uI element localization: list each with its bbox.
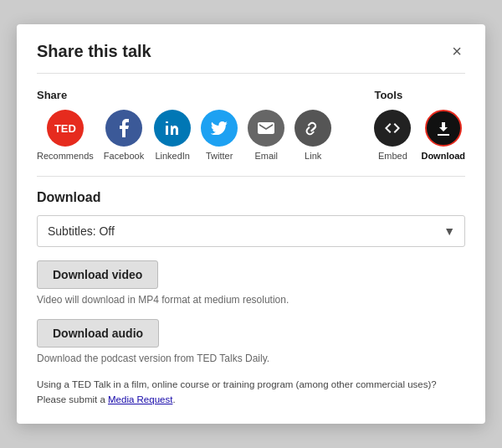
share-linkedin-button[interactable]: LinkedIn bbox=[154, 110, 191, 161]
share-email-button[interactable]: Email bbox=[248, 110, 284, 161]
facebook-icon bbox=[105, 110, 142, 147]
footer-text-content: Using a TED Talk in a film, online cours… bbox=[37, 379, 437, 404]
share-facebook-button[interactable]: Facebook bbox=[104, 110, 144, 161]
tools-icons-row: Embed Download bbox=[374, 110, 465, 161]
share-ted-button[interactable]: TED Recommends bbox=[37, 110, 94, 161]
facebook-label: Facebook bbox=[104, 151, 144, 161]
download-audio-desc: Download the podcast version from TED Ta… bbox=[37, 353, 465, 364]
link-label: Link bbox=[305, 151, 321, 161]
embed-icon bbox=[374, 110, 411, 147]
share-modal: Share this talk × Share TED Recommends F… bbox=[17, 24, 485, 424]
download-video-button[interactable]: Download video bbox=[37, 260, 158, 289]
divider bbox=[37, 176, 465, 177]
share-section: Share TED Recommends Facebook bbox=[37, 89, 374, 161]
tools-label: Tools bbox=[374, 89, 465, 101]
embed-button[interactable]: Embed bbox=[374, 110, 411, 161]
share-label: Share bbox=[37, 89, 374, 101]
modal-header: Share this talk × bbox=[37, 41, 465, 74]
linkedin-label: LinkedIn bbox=[155, 151, 190, 161]
ted-icon: TED bbox=[47, 110, 84, 147]
embed-label: Embed bbox=[378, 151, 407, 161]
close-button[interactable]: × bbox=[448, 41, 465, 61]
ted-label: Recommends bbox=[37, 151, 94, 161]
share-icons-row: TED Recommends Facebook LinkedIn bbox=[37, 110, 374, 161]
download-video-desc: Video will download in MP4 format at med… bbox=[37, 294, 465, 306]
twitter-label: Twitter bbox=[206, 151, 233, 161]
twitter-icon bbox=[201, 110, 238, 147]
media-request-link[interactable]: Media Request bbox=[108, 394, 172, 404]
footer-text: Using a TED Talk in a film, online cours… bbox=[37, 378, 465, 407]
sections-row: Share TED Recommends Facebook bbox=[37, 89, 465, 161]
download-tool-icon bbox=[425, 110, 462, 147]
email-label: Email bbox=[254, 151, 278, 161]
share-twitter-button[interactable]: Twitter bbox=[201, 110, 238, 161]
subtitle-select-wrapper: Subtitles: Off ▼ bbox=[37, 215, 465, 247]
linkedin-icon bbox=[154, 110, 191, 147]
link-icon bbox=[295, 110, 331, 147]
modal-title: Share this talk bbox=[37, 42, 151, 61]
download-tool-label: Download bbox=[421, 151, 465, 161]
footer-period: . bbox=[172, 394, 175, 404]
download-audio-button[interactable]: Download audio bbox=[37, 319, 159, 348]
email-icon bbox=[248, 110, 284, 147]
download-tool-button[interactable]: Download bbox=[421, 110, 465, 161]
download-section-title: Download bbox=[37, 190, 465, 205]
download-section: Download Subtitles: Off ▼ Download video… bbox=[37, 190, 465, 407]
tools-section: Tools Embed Download bbox=[374, 89, 465, 161]
subtitle-select[interactable]: Subtitles: Off bbox=[37, 215, 465, 247]
share-link-button[interactable]: Link bbox=[295, 110, 331, 161]
